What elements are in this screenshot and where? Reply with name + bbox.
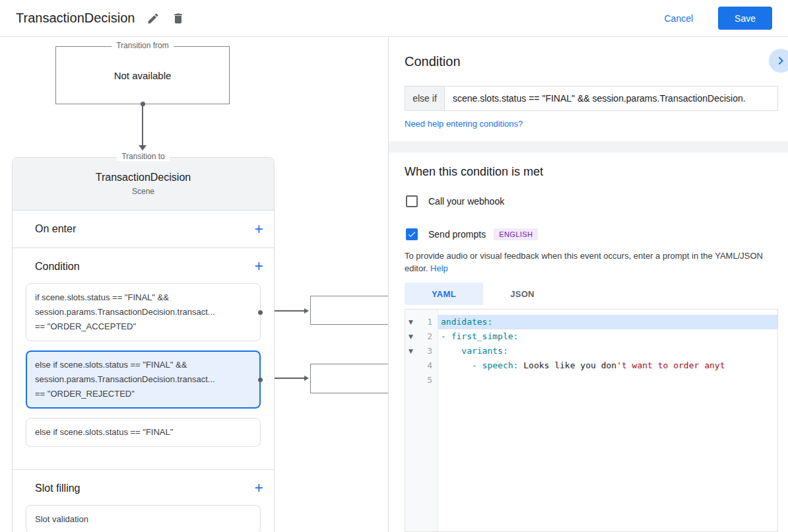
panel-title: Condition: [405, 54, 461, 69]
call-webhook-checkbox[interactable]: [406, 195, 418, 207]
condition-help-link[interactable]: Need help entering conditions?: [405, 119, 523, 129]
send-prompts-label: Send prompts: [428, 229, 486, 240]
gutter-cell[interactable]: ▼3: [405, 344, 438, 358]
gutter-cell[interactable]: 5: [405, 373, 438, 387]
code-line-content[interactable]: [438, 373, 777, 387]
condition-card-1-text: if scene.slots.status == "FINAL" && sess…: [35, 290, 251, 334]
code-token-key: - first_simple:: [441, 331, 518, 341]
gutter-cell[interactable]: ▼2: [405, 329, 438, 344]
code-editor-lines: ▼1andidates:▼2- first_simple:▼3 variants…: [405, 310, 777, 387]
connector-dot: [258, 378, 263, 382]
trash-icon: [172, 12, 185, 25]
page-title: TransactionDecision: [16, 11, 135, 26]
connector-dot: [258, 310, 263, 315]
arrowhead-right-icon: [304, 308, 309, 314]
gutter-cell[interactable]: ▼1: [405, 315, 438, 329]
add-on-enter-button[interactable]: +: [255, 222, 263, 237]
condition-card-3-text: else if scene.slots.status == "FINAL": [35, 425, 251, 440]
code-line[interactable]: 5: [405, 373, 777, 387]
save-button[interactable]: Save: [718, 7, 772, 30]
collapse-panel-button[interactable]: [769, 49, 788, 73]
slot-validation-card[interactable]: Slot validation: [26, 505, 261, 532]
flow-line-down: [142, 104, 143, 145]
code-token-key: - speech:: [441, 360, 518, 370]
code-line-content[interactable]: - speech: Looks like you don't want to o…: [438, 358, 777, 373]
code-line[interactable]: 4 - speech: Looks like you don't want to…: [405, 358, 777, 373]
add-slot-filling-button[interactable]: +: [255, 481, 263, 496]
app-root: TransactionDecision Cancel Save Transiti…: [0, 0, 788, 532]
scene-header[interactable]: TransactionDecision Scene: [13, 158, 274, 211]
section-divider: [389, 141, 788, 152]
scene-node: Transition to TransactionDecision Scene …: [12, 157, 275, 532]
checkmark-icon: [407, 230, 416, 239]
call-webhook-label: Call your webhook: [428, 196, 504, 207]
transition-to-label: Transition to: [117, 152, 170, 161]
pencil-icon: [147, 12, 160, 25]
tab-yaml[interactable]: YAML: [405, 283, 483, 305]
condition-expression-input[interactable]: [444, 86, 778, 111]
arrowhead-down-icon: [139, 145, 147, 150]
code-line[interactable]: ▼2- first_simple:: [405, 329, 777, 344]
arrowhead-right-icon: [304, 376, 309, 381]
condition-card-1[interactable]: if scene.slots.status == "FINAL" && sess…: [26, 283, 261, 341]
help-link[interactable]: Help: [430, 263, 448, 273]
transition-target-node-1[interactable]: [310, 296, 396, 325]
cancel-button[interactable]: Cancel: [664, 13, 693, 24]
send-prompts-row: Send prompts ENGLISH: [406, 228, 538, 240]
condition-card-2-text: else if scene.slots.status == "FINAL" &&…: [35, 358, 251, 401]
delete-scene-button[interactable]: [172, 12, 185, 25]
slot-filling-section: Slot filling + Slot validation: [13, 470, 274, 532]
code-editor[interactable]: ▼1andidates:▼2- first_simple:▼3 variants…: [405, 309, 778, 532]
slot-filling-section-header: Slot filling +: [13, 470, 274, 505]
code-line-content[interactable]: - first_simple:: [438, 329, 777, 344]
condition-card-2-selected[interactable]: else if scene.slots.status == "FINAL" &&…: [26, 350, 261, 409]
line-number: 4: [405, 358, 438, 373]
gutter-cell[interactable]: 4: [405, 358, 438, 373]
chevron-right-icon: [773, 53, 788, 69]
condition-card-3[interactable]: else if scene.slots.status == "FINAL": [26, 418, 261, 447]
condition-section-label: Condition: [35, 261, 80, 273]
editor-tabs: YAML JSON: [405, 283, 562, 305]
language-badge: ENGLISH: [494, 228, 538, 240]
transition-target-node-2[interactable]: [310, 364, 396, 393]
code-token-string: 't want to order anyt: [616, 360, 725, 370]
prompts-description: To provide audio or visual feedback when…: [405, 249, 774, 275]
scene-subtitle: Scene: [132, 187, 154, 196]
condition-section-header: Condition +: [13, 248, 274, 283]
tab-json[interactable]: JSON: [483, 283, 562, 305]
on-enter-row[interactable]: On enter +: [13, 211, 274, 248]
scene-title: TransactionDecision: [96, 172, 191, 183]
code-token-plain: Looks like you don: [518, 360, 616, 370]
code-line[interactable]: ▼3 variants:: [405, 344, 777, 358]
slot-filling-section-label: Slot filling: [35, 482, 80, 494]
topbar: TransactionDecision Cancel Save: [0, 0, 788, 37]
condition-editor-panel: Condition else if Need help entering con…: [388, 37, 788, 532]
condition-section: Condition + if scene.slots.status == "FI…: [13, 248, 274, 470]
transition-from-label: Transition from: [112, 41, 174, 50]
condition-expression-row: else if: [405, 86, 778, 111]
fold-arrow-icon[interactable]: ▼: [409, 315, 413, 329]
prompts-description-text: To provide audio or visual feedback when…: [405, 251, 763, 273]
code-line-content[interactable]: andidates:: [438, 315, 777, 329]
code-line[interactable]: ▼1andidates:: [405, 315, 777, 329]
fold-arrow-icon[interactable]: ▼: [409, 344, 413, 358]
fold-arrow-icon[interactable]: ▼: [409, 329, 413, 344]
slot-validation-card-text: Slot validation: [35, 512, 251, 527]
line-number: 5: [405, 373, 438, 387]
transition-from-content: Not available: [114, 70, 172, 81]
transition-from-node[interactable]: Transition from Not available: [55, 46, 230, 104]
call-webhook-row: Call your webhook: [406, 195, 504, 207]
code-token-key: andidates:: [441, 317, 492, 327]
send-prompts-checkbox[interactable]: [406, 228, 418, 240]
add-condition-button[interactable]: +: [255, 259, 263, 274]
edit-title-button[interactable]: [147, 12, 160, 25]
code-line-content[interactable]: variants:: [438, 344, 777, 358]
on-enter-label: On enter: [35, 223, 76, 235]
when-condition-met-title: When this condition is met: [405, 165, 543, 179]
code-token-key: variants:: [441, 346, 508, 356]
condition-prefix-label: else if: [405, 86, 444, 111]
